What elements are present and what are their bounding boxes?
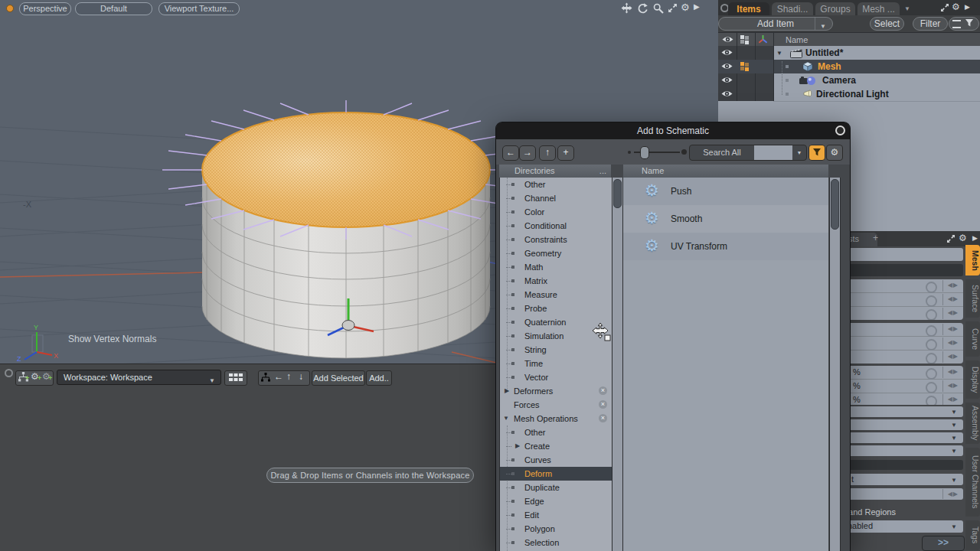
dialog-settings-gear-icon[interactable]: ⚙ (826, 145, 843, 161)
channel-dot-icon[interactable] (926, 339, 937, 350)
directory-item[interactable]: ▼Mesh Operations× (500, 412, 612, 425)
directory-item[interactable]: Other (500, 178, 612, 191)
channel-dot-icon[interactable] (926, 309, 937, 320)
column-overflow-label[interactable]: ... (599, 165, 606, 178)
directory-item[interactable]: ▶Create (500, 439, 612, 453)
visibility-eye-icon[interactable] (721, 76, 733, 84)
history-forward-button[interactable]: → (519, 145, 536, 161)
results-list[interactable]: ⚙ Push ⚙ Smooth ⚙ UV Transform (623, 178, 828, 551)
expander-icon[interactable]: ▼ (776, 50, 782, 57)
mini-slider-icon[interactable]: ◀▶ (948, 325, 959, 332)
directory-item[interactable]: Other (500, 425, 612, 439)
add-directory-button[interactable]: + (557, 145, 574, 161)
results-header[interactable]: Name (623, 165, 828, 178)
mini-slider-icon[interactable]: ◀▶ (948, 339, 959, 346)
vtab-user-channels[interactable]: User Channels (965, 448, 980, 517)
channel-dot-icon[interactable] (926, 353, 937, 364)
directories-scrollbar[interactable] (612, 178, 623, 551)
dialog-titlebar[interactable]: Add to Schematic (496, 122, 850, 139)
results-scrollbar[interactable] (829, 178, 841, 551)
layout-grid-button[interactable] (224, 370, 247, 386)
maximize-icon[interactable] (946, 234, 956, 243)
channel-dot-icon[interactable] (926, 382, 937, 393)
viewport-options-gear-icon[interactable]: ⚙ (681, 2, 690, 13)
zoom-icon[interactable] (653, 3, 664, 14)
result-item[interactable]: ⚙ Push (623, 178, 828, 205)
viewport-mode-dot[interactable] (6, 5, 14, 12)
directory-item[interactable]: Curves (500, 453, 612, 467)
panel-handle-icon[interactable] (5, 369, 13, 377)
maximize-icon[interactable] (940, 3, 949, 12)
tab-overflow-icon[interactable]: ▼ (904, 5, 910, 12)
tab-shading[interactable]: Shadi... (772, 2, 813, 15)
directory-item[interactable]: Selection (500, 536, 612, 549)
item-row-light[interactable]: Directional Light (773, 87, 980, 102)
search-input[interactable] (754, 145, 792, 160)
tab-mesh-ops[interactable]: Mesh ... (858, 2, 900, 15)
add-tab-button[interactable]: + (873, 233, 878, 243)
render-toggle-icon[interactable] (740, 61, 750, 71)
result-item[interactable]: ⚙ Smooth (623, 205, 828, 233)
visibility-column-eye-icon[interactable] (722, 35, 733, 44)
result-item[interactable]: ⚙ UV Transform (623, 233, 828, 260)
viewport-flyout-icon[interactable]: ▶ (694, 2, 700, 11)
panel-gear-icon[interactable]: ⚙ (959, 233, 967, 243)
directory-item[interactable]: Time (500, 357, 612, 370)
mini-slider-icon[interactable]: ◀▶ (948, 368, 959, 375)
schematic-panel[interactable]: + ⚙ + ⚙ + Workspace: Workspace ▼ ← ↑ ↓ A… (0, 364, 496, 551)
directory-item[interactable]: Matrix (500, 274, 612, 288)
vtab-surface[interactable]: Surface (965, 279, 980, 318)
vtab-display[interactable]: Display (965, 360, 980, 399)
filter-toggle-button[interactable] (808, 145, 825, 161)
mini-slider-icon[interactable]: ◀▶ (948, 382, 959, 389)
mini-slider-icon[interactable]: ◀▶ (948, 309, 959, 316)
vtab-assembly[interactable]: Assembly (965, 403, 980, 444)
directories-header[interactable]: Directories ... (499, 165, 611, 178)
add-to-schematic-dialog[interactable]: Add to Schematic ← → ↑ + Search All ▼ ⚙ … (496, 122, 850, 551)
item-row-mesh[interactable]: Mesh (773, 60, 980, 73)
filter-funnel-icon[interactable] (965, 18, 974, 28)
directory-item[interactable]: Constraints (500, 233, 612, 246)
filter-button[interactable]: Filter (913, 17, 948, 31)
chevron-down-icon[interactable]: ▼ (792, 145, 806, 160)
directory-item[interactable]: Math (500, 260, 612, 274)
viewport-texture-button[interactable]: Viewport Texture... (158, 2, 240, 15)
directory-item[interactable]: Polygon (500, 522, 612, 536)
directory-item[interactable]: Duplicate (500, 481, 612, 494)
directory-item[interactable]: Measure (500, 288, 612, 302)
nav-down-icon[interactable]: ↓ (299, 371, 303, 382)
add-selected-button[interactable]: Add Selected (312, 370, 365, 386)
up-level-button[interactable]: ↑ (539, 145, 556, 161)
add-more-button[interactable]: Add.. (366, 370, 392, 386)
panel-gear-icon[interactable]: ⚙ (952, 2, 960, 12)
directory-item[interactable]: Geometry (500, 246, 612, 260)
directory-item[interactable]: Edge (500, 494, 612, 508)
directory-item[interactable]: Forces× (500, 398, 612, 412)
search-mode-button[interactable]: Search All (690, 145, 754, 160)
directory-item[interactable]: Color (500, 205, 612, 219)
tab-items[interactable]: Items (728, 2, 769, 15)
dialog-close-icon[interactable] (835, 126, 845, 135)
channel-dot-icon[interactable] (926, 368, 937, 380)
visibility-eye-icon[interactable] (721, 62, 733, 70)
channel-dot-icon[interactable] (926, 396, 937, 405)
scrollbar-thumb[interactable] (613, 179, 622, 208)
directory-item[interactable]: Conditional (500, 219, 612, 233)
scrollbar-thumb[interactable] (831, 179, 839, 230)
panel-flyout-icon[interactable]: ▶ (965, 3, 970, 11)
directory-item-selected[interactable]: Deform (500, 467, 612, 481)
projection-button[interactable]: Perspective (19, 2, 71, 15)
nav-up-icon[interactable]: ↑ (286, 371, 291, 382)
directory-item[interactable]: ▶Deformers× (500, 384, 612, 398)
channel-dot-icon[interactable] (926, 295, 937, 307)
pan-icon[interactable] (621, 2, 632, 14)
name-column-header[interactable]: Name (786, 33, 808, 47)
channel-dot-icon[interactable] (926, 325, 937, 337)
channel-dot-icon[interactable] (926, 282, 937, 293)
shading-style-button[interactable]: Default (75, 2, 152, 15)
nav-left-icon[interactable]: ← (274, 371, 283, 382)
visibility-eye-icon[interactable] (721, 48, 733, 57)
mini-slider-icon[interactable]: ◀▶ (948, 353, 959, 360)
visibility-eye-icon[interactable] (721, 90, 733, 98)
mini-slider-icon[interactable]: ◀▶ (948, 282, 959, 289)
